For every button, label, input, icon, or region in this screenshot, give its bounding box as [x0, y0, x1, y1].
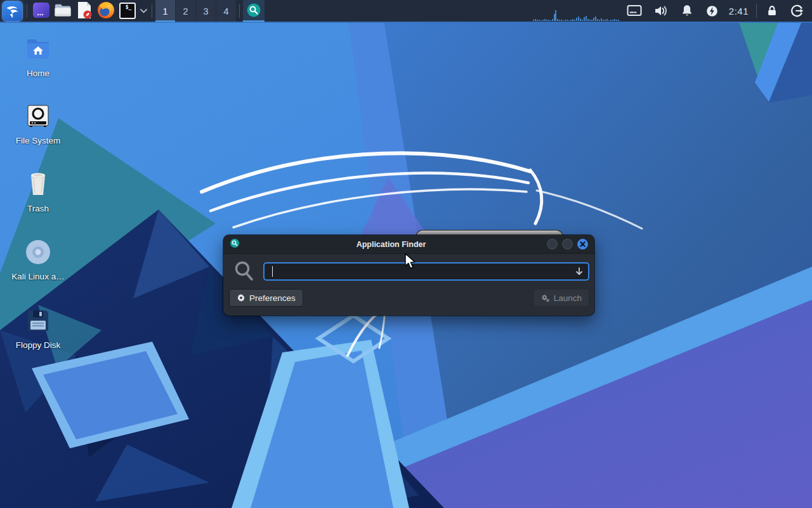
application-finder-window: Application Finder	[223, 235, 594, 316]
kali-logo-icon	[3, 1, 22, 21]
lock-icon	[766, 4, 778, 18]
workspace-2[interactable]: 2	[176, 0, 195, 22]
search-icon	[234, 260, 254, 284]
cdrom-disc-icon	[0, 237, 76, 267]
notifications-tray-button[interactable]	[674, 0, 700, 22]
preferences-button[interactable]: Preferences	[229, 289, 303, 307]
search-input-wrap	[263, 262, 589, 281]
desktop: $_ 1 2 3 4	[0, 0, 812, 508]
dropdown-arrow-icon[interactable]	[575, 267, 584, 279]
power-plug-icon	[705, 4, 719, 18]
appfinder-icon	[230, 238, 240, 251]
desktop-icon-file-system[interactable]: File System	[0, 102, 76, 145]
bell-icon	[680, 4, 694, 18]
desktop-icon-floppy[interactable]: Floppy Disk	[0, 306, 76, 350]
volume-tray-button[interactable]	[648, 0, 674, 22]
preferences-label: Preferences	[249, 293, 296, 303]
desktop-icon-trash[interactable]: Trash	[0, 170, 76, 213]
floppy-disk-icon	[0, 306, 76, 335]
panel-right-group: 2:41	[532, 0, 812, 22]
top-panel: $_ 1 2 3 4	[0, 0, 812, 23]
terminal-dropdown-button[interactable]	[138, 0, 148, 22]
gear-icon	[237, 293, 246, 302]
panel-separator	[239, 4, 240, 18]
clock[interactable]: 2:41	[724, 6, 753, 17]
power-manager-tray-button[interactable]	[700, 0, 724, 22]
close-button[interactable]	[577, 239, 588, 250]
desktop-icon-home[interactable]: Home	[0, 34, 76, 78]
close-icon	[580, 241, 586, 247]
appfinder-icon	[246, 3, 261, 20]
window-controls	[542, 239, 588, 250]
desktop-icon-label: File System	[0, 136, 76, 145]
panel-left-group: $_ 1 2 3 4	[0, 0, 265, 22]
document-icon	[75, 1, 93, 22]
search-input[interactable]	[263, 262, 589, 281]
panel-separator	[756, 4, 757, 18]
desktop-icon-label: Floppy Disk	[0, 340, 76, 350]
logout-icon	[790, 4, 804, 18]
logout-button[interactable]	[784, 0, 809, 22]
terminal-launcher[interactable]: $_	[117, 0, 138, 22]
button-row: Preferences Launch	[229, 289, 589, 307]
terminal-icon: $_	[119, 3, 136, 19]
launch-gears-icon	[541, 293, 550, 302]
network-monitor-graph[interactable]	[532, 0, 621, 22]
chevron-down-icon	[140, 9, 147, 13]
desktop-icon-label: Trash	[0, 204, 76, 213]
purple-window-icon	[32, 1, 51, 22]
desktop-icon-label: Home	[0, 69, 76, 78]
workspace-1[interactable]: 1	[155, 0, 175, 22]
folder-icon	[53, 1, 72, 21]
window-title: Application Finder	[240, 240, 542, 249]
text-caret	[272, 266, 273, 277]
workspace-4[interactable]: 4	[216, 0, 236, 22]
display-tray-button[interactable]	[621, 0, 648, 22]
home-folder-icon	[0, 34, 76, 64]
trash-can-icon	[0, 170, 76, 199]
appfinder-taskbar-button[interactable]	[243, 0, 265, 22]
launch-button[interactable]: Launch	[534, 289, 589, 307]
volume-icon	[653, 4, 669, 18]
panel-separator	[27, 4, 27, 18]
kali-menu-button[interactable]	[1, 0, 23, 22]
firefox-launcher[interactable]	[95, 0, 117, 22]
workspace-3[interactable]: 3	[196, 0, 216, 22]
launch-label: Launch	[554, 293, 582, 303]
mouse-cursor	[404, 253, 418, 271]
display-icon	[627, 4, 642, 18]
panel-separator	[152, 4, 152, 18]
titlebar[interactable]: Application Finder	[223, 235, 594, 254]
minimize-button[interactable]	[547, 239, 558, 250]
undercover-launcher[interactable]	[30, 0, 52, 22]
desktop-icon-label: Kali Linux a…	[0, 272, 76, 281]
lock-screen-button[interactable]	[760, 0, 784, 22]
maximize-button[interactable]	[562, 239, 573, 250]
firefox-icon	[96, 1, 115, 22]
file-manager-launcher[interactable]	[52, 0, 74, 22]
text-editor-launcher[interactable]	[74, 0, 95, 22]
hard-drive-icon	[0, 102, 76, 131]
desktop-icon-kali-cdrom[interactable]: Kali Linux a…	[0, 237, 76, 281]
